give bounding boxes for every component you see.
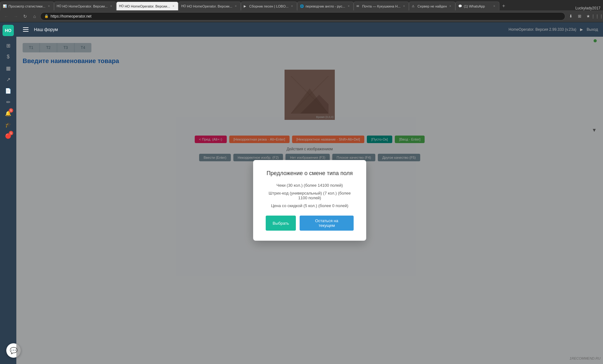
back-button[interactable]: ← bbox=[3, 13, 10, 20]
tab-close-button[interactable]: × bbox=[171, 4, 176, 8]
url-bar[interactable]: 🔒 https://homeoperator.net bbox=[40, 12, 565, 20]
modal-title: Предложение о смене типа поля bbox=[266, 170, 354, 177]
sidebar-item-bell[interactable]: 🔔5 bbox=[3, 108, 14, 119]
browser-tab-tab8[interactable]: ⚠Сервер не найден× bbox=[409, 2, 455, 10]
browser-tab-tab4[interactable]: НОНО HomeOperator. Версии...× bbox=[178, 2, 241, 10]
browser-tab-tab6[interactable]: 🌐переводчик англо - рус...× bbox=[297, 2, 354, 10]
tab-close-button[interactable]: × bbox=[234, 4, 238, 8]
nav-title: Наш форум bbox=[34, 27, 58, 32]
sidebar-item-grad[interactable]: 🎓 bbox=[3, 119, 14, 130]
tab-favicon: ▶ bbox=[244, 4, 248, 8]
logout-button[interactable]: Выход bbox=[587, 27, 598, 32]
browser-tab-tab7[interactable]: ✉Почта — Кукушкина Н...× bbox=[354, 2, 409, 10]
tab-favicon: НО bbox=[181, 4, 186, 8]
tab-label: переводчик англо - рус... bbox=[306, 4, 345, 8]
tab-label: Сборник песен | LOBО... bbox=[249, 4, 289, 8]
modal-option-opt3: Цена со скидкой (5 кол.) (более 0 полей) bbox=[266, 203, 354, 208]
modal-overlay: Предложение о смене типа поля Чеки (30 к… bbox=[16, 37, 603, 364]
modal-options: Чеки (30 кол.) (более 14100 полей)Штрих-… bbox=[266, 183, 354, 208]
tab-favicon: 🌐 bbox=[300, 4, 304, 8]
modal-dialog: Предложение о смене типа поля Чеки (30 к… bbox=[253, 160, 366, 241]
content-area: Т1Т2Т3Т4 Введите наименование товара bbox=[16, 37, 603, 364]
menu-icon[interactable]: ⋮⋮⋮ bbox=[594, 13, 600, 20]
downloads-icon[interactable]: ⬇ bbox=[567, 13, 574, 20]
tab-favicon: 💬 bbox=[458, 4, 463, 8]
tab-close-button[interactable]: × bbox=[402, 4, 406, 8]
tab-label: НО HomeOperator. Версии... bbox=[125, 4, 170, 8]
sidebar-icons: ⊞$▦↗📄✏🔔5🎓🔴1 bbox=[3, 40, 14, 142]
hamburger-line bbox=[23, 29, 29, 30]
sidebar-item-dollar[interactable]: $ bbox=[3, 51, 14, 62]
tab-label: Сервер не найден bbox=[417, 4, 447, 8]
sidebar: НО ⊞$▦↗📄✏🔔5🎓🔴1 bbox=[0, 22, 16, 364]
sidebar-item-table[interactable]: ▦ bbox=[3, 62, 14, 74]
tab-label: (1) WhatsApp bbox=[464, 4, 491, 8]
tab-favicon: ⚠ bbox=[412, 4, 416, 8]
tab-label: НО HomeOperator. Версии... bbox=[62, 4, 108, 8]
tab-close-button[interactable]: × bbox=[109, 4, 113, 8]
home-button[interactable]: ⌂ bbox=[31, 13, 38, 20]
modal-buttons: Выбрать Остаться на текущем bbox=[266, 216, 354, 231]
select-button[interactable]: Выбрать bbox=[266, 216, 296, 231]
tab-label: Просмотр статистики... bbox=[8, 4, 46, 8]
tab-close-button[interactable]: × bbox=[448, 4, 453, 8]
url-text: https://homeoperator.net bbox=[51, 14, 91, 19]
browser-tab-tab1[interactable]: 📊Просмотр статистики...× bbox=[0, 2, 54, 10]
tab-close-button[interactable]: × bbox=[492, 4, 497, 8]
sidebar-item-pencil[interactable]: ✏ bbox=[3, 96, 14, 108]
tab-favicon: 📊 bbox=[3, 4, 7, 8]
sidebar-badge-alert: 1 bbox=[9, 131, 13, 135]
tab-close-button[interactable]: × bbox=[47, 4, 51, 8]
app-layout: НО ⊞$▦↗📄✏🔔5🎓🔴1 Наш форум HomeOperator. В… bbox=[0, 22, 603, 364]
tab-favicon: НО bbox=[57, 4, 61, 8]
tab-favicon: НО bbox=[119, 4, 123, 8]
tab-close-button[interactable]: × bbox=[346, 4, 351, 8]
browser-tab-tab2[interactable]: НОНО HomeOperator. Версии...× bbox=[54, 2, 116, 10]
user-label: Luckylady2017 bbox=[575, 6, 600, 10]
sidebar-logo[interactable]: НО bbox=[3, 25, 14, 36]
tab-right-area: Luckylady2017 bbox=[575, 6, 603, 10]
new-tab-button[interactable]: + bbox=[499, 2, 508, 10]
browser-tab-tab9[interactable]: 💬(1) WhatsApp× bbox=[455, 2, 499, 10]
top-nav: Наш форум HomeOperator. Версия 2.99.333 … bbox=[16, 22, 603, 37]
stay-button[interactable]: Остаться на текущем bbox=[300, 216, 354, 231]
browser-tab-tab3[interactable]: НОНО HomeOperator. Версии...× bbox=[116, 2, 178, 10]
sidebar-item-home[interactable]: ⊞ bbox=[3, 40, 14, 51]
address-right: ⬇ ⊞ ★ ⋮⋮⋮ bbox=[567, 13, 600, 20]
reload-button[interactable]: ↻ bbox=[21, 13, 29, 20]
modal-option-opt2: Штрих-код (универсальный) (7 кол.) (боле… bbox=[266, 191, 354, 200]
browser-window: 📊Просмотр статистики...×НОНО HomeOperato… bbox=[0, 0, 603, 364]
nav-arrow: ▶ bbox=[580, 27, 583, 32]
browser-tab-tab5[interactable]: ▶Сборник песен | LOBО...× bbox=[241, 2, 297, 10]
tab-label: НО HomeOperator. Версии... bbox=[187, 4, 232, 8]
sidebar-item-chart[interactable]: ↗ bbox=[3, 74, 14, 85]
main-content: НО ⊞$▦↗📄✏🔔5🎓🔴1 Наш форум HomeOperator. В… bbox=[0, 22, 603, 364]
sidebar-badge-bell: 5 bbox=[9, 108, 13, 113]
forward-button[interactable]: → bbox=[12, 13, 19, 20]
tabs-container: 📊Просмотр статистики...×НОНО HomeOperato… bbox=[0, 2, 499, 10]
tab-close-button[interactable]: × bbox=[290, 4, 294, 8]
tab-bar: 📊Просмотр статистики...×НОНО HomeOperato… bbox=[0, 0, 603, 10]
extensions-icon[interactable]: ⊞ bbox=[576, 13, 583, 20]
address-bar: ← → ↻ ⌂ 🔒 https://homeoperator.net ⬇ ⊞ ★… bbox=[0, 10, 603, 22]
hamburger-button[interactable] bbox=[21, 25, 30, 34]
sidebar-item-doc[interactable]: 📄 bbox=[3, 85, 14, 96]
hamburger-line bbox=[23, 31, 29, 32]
modal-option-opt1: Чеки (30 кол.) (более 14100 полей) bbox=[266, 183, 354, 188]
sidebar-item-alert[interactable]: 🔴1 bbox=[3, 130, 14, 142]
nav-right: HomeOperator. Версия 2.99.333 (v.23a) ▶ … bbox=[508, 27, 598, 32]
lock-icon: 🔒 bbox=[44, 14, 49, 18]
tab-label: Почта — Кукушкина Н... bbox=[362, 4, 400, 8]
version-text: HomeOperator. Версия 2.99.333 (v.23a) bbox=[508, 27, 576, 32]
app-main: Наш форум HomeOperator. Версия 2.99.333 … bbox=[16, 22, 603, 364]
tab-favicon: ✉ bbox=[356, 4, 361, 8]
hamburger-line bbox=[23, 27, 29, 28]
